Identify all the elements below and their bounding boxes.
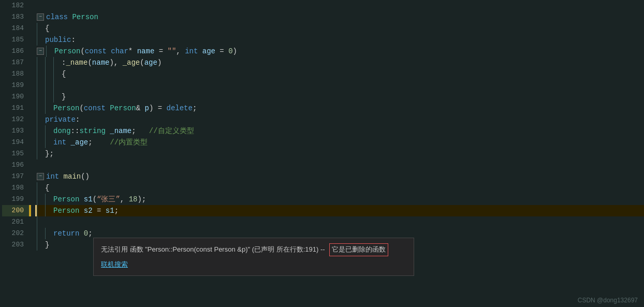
type-token: Person	[110, 103, 136, 114]
vline	[45, 91, 53, 103]
punct-token: :	[71, 34, 75, 46]
type-token: Person	[72, 11, 98, 23]
num-token: 0	[228, 46, 232, 57]
punct-token: {	[45, 23, 49, 34]
line-number-198: 198	[2, 182, 29, 194]
vline	[45, 137, 53, 148]
vline	[37, 57, 45, 68]
collapse-icon[interactable]: −	[37, 173, 44, 180]
punct-token: ,	[176, 46, 185, 57]
vline	[53, 57, 62, 68]
punct-token: ;	[114, 205, 119, 216]
func-token: main	[64, 171, 81, 182]
var-token: s1	[84, 194, 93, 205]
punct-token: {	[45, 182, 49, 194]
vline	[37, 194, 45, 205]
vline	[53, 80, 62, 91]
vline	[53, 91, 62, 103]
line-number-195: 195	[2, 148, 29, 159]
kw-token: delete	[167, 103, 193, 114]
type-token: Person	[53, 103, 79, 114]
code-content[interactable]: −class Person{public:−Person(const char*…	[31, 0, 644, 307]
line-number-187: 187	[2, 57, 29, 68]
vline	[37, 228, 45, 239]
vline	[37, 23, 45, 34]
vline	[37, 80, 45, 91]
kw-token: int	[185, 46, 202, 57]
code-line-182	[35, 0, 644, 11]
vline	[45, 228, 53, 239]
punct-token: };	[45, 148, 54, 159]
line-number-182: 182	[2, 0, 29, 11]
punct-token: (	[80, 46, 84, 57]
punct-token: )	[157, 57, 162, 68]
line-number-193: 193	[2, 125, 29, 137]
punct-token: (	[140, 57, 144, 68]
vline	[37, 103, 45, 114]
vline	[37, 34, 45, 46]
comment-token: //自定义类型	[149, 125, 194, 137]
code-line-188: {	[35, 68, 644, 80]
watermark: CSDN @dong132697	[578, 297, 638, 304]
comment-token: //内置类型	[110, 137, 148, 148]
str-token: “张三”	[97, 194, 120, 205]
code-line-187: :_name(name), _age(age)	[35, 57, 644, 68]
vline	[37, 114, 45, 125]
code-line-183: −class Person	[35, 11, 644, 23]
vline	[37, 137, 45, 148]
kw-token: private	[45, 114, 76, 125]
collapse-icon[interactable]: −	[37, 13, 44, 21]
line-number-201: 201	[2, 216, 29, 228]
line-number-194: 194	[2, 137, 29, 148]
vline	[45, 194, 53, 205]
code-line-199: Person s1(“张三”, 18);	[35, 194, 644, 205]
kw-token: return	[53, 228, 84, 239]
line-number-197: 197	[2, 171, 29, 182]
vline	[37, 91, 45, 103]
kw-token: const	[84, 103, 110, 114]
editor-container: 1821831841851861871881891901911921931941…	[0, 0, 644, 307]
vline	[37, 148, 45, 159]
punct-token: ;	[88, 228, 92, 239]
vline	[37, 182, 45, 194]
vline	[46, 46, 54, 57]
op-token: =	[215, 46, 228, 57]
line-number-203: 203	[2, 239, 29, 251]
line-number-196: 196	[2, 159, 29, 171]
kw-token: const	[85, 46, 111, 57]
var-token: s1	[106, 205, 114, 216]
punct-token: ),	[109, 57, 122, 68]
punct-token: {	[62, 68, 66, 80]
op-token: =	[93, 205, 106, 216]
punct-token: }	[45, 239, 49, 251]
type-token: string	[79, 125, 110, 137]
code-line-198: {	[35, 182, 644, 194]
str-token: ""	[168, 46, 177, 57]
line-number-192: 192	[2, 114, 29, 125]
error-online-search-link[interactable]: 联机搜索	[101, 259, 406, 270]
vline	[45, 125, 53, 137]
code-area: 1821831841851861871881891901911921931941…	[0, 0, 644, 307]
var-token: name	[92, 57, 110, 68]
line-number-186: 186	[2, 46, 29, 57]
line-number-191: 191	[2, 103, 29, 114]
op-token: =	[154, 46, 167, 57]
punct-token: &	[136, 103, 145, 114]
code-line-192: private:	[35, 114, 644, 125]
punct-token: (	[87, 57, 92, 68]
vline	[45, 57, 53, 68]
punct-token: (	[79, 103, 83, 114]
code-line-196	[35, 159, 644, 171]
type-token: Person	[53, 194, 84, 205]
vline	[45, 68, 53, 80]
kw-token: int	[46, 171, 64, 182]
code-line-193: dong::string _name; //自定义类型	[35, 125, 644, 137]
code-line-190: }	[35, 91, 644, 103]
error-message: 无法引用 函数 "Person::Person(const Person &p)…	[101, 243, 406, 256]
func-token: _name	[66, 57, 87, 68]
type-token: Person	[54, 46, 80, 57]
var-token: name	[137, 46, 155, 57]
var-token: age	[202, 46, 215, 57]
collapse-icon[interactable]: −	[37, 48, 44, 55]
kw-token: public	[45, 34, 71, 46]
